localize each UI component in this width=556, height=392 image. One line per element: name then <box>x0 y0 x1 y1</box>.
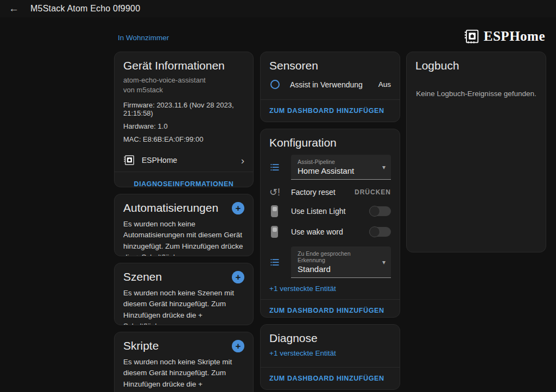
factory-reset-row: ↺! Factory reset DRÜCKEN <box>261 187 400 197</box>
select-value: Home Assistant <box>298 166 376 175</box>
page-title: M5Stack Atom Echo 0f9900 <box>30 4 140 14</box>
device-hardware: Hardware: 1.0 <box>115 122 253 130</box>
configuration-title: Konfiguration <box>261 129 400 155</box>
select-label: Assist-Pipeline <box>298 159 376 165</box>
use-wake-word-row: Use wake word <box>261 226 400 238</box>
caret-down-icon: ▾ <box>382 163 386 171</box>
automations-title: Automatisierungen <box>123 201 218 214</box>
caret-down-icon: ▾ <box>382 258 386 266</box>
hidden-entities-link[interactable]: +1 versteckte Entität <box>261 348 400 364</box>
select-value: Standard <box>298 264 376 274</box>
end-of-speech-row: Zu Ende gesprochen Erkennung Standard ▾ <box>261 246 400 278</box>
list-bulleted-icon <box>269 162 291 173</box>
device-info-title: Gerät Informationen <box>115 52 253 75</box>
sensors-add-to-dashboard-button[interactable]: ZUM DASHBOARD HINZUFÜGEN <box>261 99 400 122</box>
assist-pipeline-select[interactable]: Assist-Pipeline Home Assistant ▾ <box>291 155 391 180</box>
use-listen-light-toggle[interactable] <box>369 206 391 216</box>
device-page: ← M5Stack Atom Echo 0f9900 In Wohnzimmer… <box>0 0 556 392</box>
right-column: Logbuch Keine Logbuch-Ereignisse gefunde… <box>406 52 546 252</box>
scripts-title: Skripte <box>123 339 159 352</box>
select-label: Zu Ende gesprochen Erkennung <box>298 250 376 263</box>
use-listen-light-row: Use Listen Light <box>261 205 400 217</box>
esphome-logo-text: ESPHome <box>484 29 545 44</box>
add-script-button[interactable]: + <box>232 340 244 352</box>
scenes-empty-text: Es wurden noch keine Szenen mit diesem G… <box>115 287 253 325</box>
back-icon[interactable]: ← <box>9 3 30 15</box>
integration-row-esphome[interactable]: ESPHome › <box>115 149 253 172</box>
device-firmware: Firmware: 2023.11.6 (Nov 28 2023, 21:15:… <box>115 101 253 117</box>
automations-empty-text: Es wurden noch keine Automatisierungen m… <box>115 218 253 256</box>
sensors-card: Sensoren Assist in Verwendung Aus ZUM DA… <box>260 52 400 122</box>
chip-icon <box>464 28 480 45</box>
add-automation-button[interactable]: + <box>232 202 244 214</box>
logbook-card: Logbuch Keine Logbuch-Ereignisse gefunde… <box>406 52 546 252</box>
scenes-card: Szenen + Es wurden noch keine Szenen mit… <box>114 263 254 325</box>
device-name: atom-echo-voice-assistant <box>115 75 253 85</box>
entity-row-assist-in-use[interactable]: Assist in Verwendung Aus <box>261 75 400 96</box>
device-manufacturer: von m5stack <box>115 85 253 95</box>
diagnose-card: Diagnose +1 versteckte Entität ZUM DASHB… <box>260 324 400 390</box>
press-button[interactable]: DRÜCKEN <box>355 188 391 196</box>
configuration-add-to-dashboard-button[interactable]: ZUM DASHBOARD HINZUFÜGEN <box>261 299 400 318</box>
integration-name: ESPHome <box>142 156 241 165</box>
use-wake-word-toggle[interactable] <box>369 227 391 237</box>
toggle-switch-icon <box>269 226 291 238</box>
toggle-switch-icon <box>269 205 291 217</box>
end-of-speech-select[interactable]: Zu Ende gesprochen Erkennung Standard ▾ <box>291 246 391 278</box>
scripts-card: Skripte + Es wurden noch keine Skripte m… <box>114 332 254 392</box>
entity-state: Aus <box>378 80 391 88</box>
restart-alert-icon: ↺! <box>269 187 291 197</box>
circle-outline-icon <box>270 80 280 89</box>
chip-icon <box>123 154 135 166</box>
automations-card: Automatisierungen + Es wurden noch keine… <box>114 194 254 256</box>
assist-pipeline-row: Assist-Pipeline Home Assistant ▾ <box>261 155 400 180</box>
scenes-title: Szenen <box>123 270 162 283</box>
device-mac: MAC: E8:6B:EA:0F:99:00 <box>115 135 253 143</box>
logbook-empty-text: Keine Logbuch-Ereignisse gefunden. <box>407 75 546 112</box>
download-diagnostics-button[interactable]: DIAGNOSEINFORMATIONEN HERUNTERLADEN <box>115 172 253 187</box>
configuration-card: Konfiguration Assist-Pipeline Home Assis… <box>260 129 400 318</box>
left-column: Gerät Informationen atom-echo-voice-assi… <box>114 52 254 392</box>
chevron-right-icon: › <box>241 155 244 166</box>
toggle-name: Use Listen Light <box>291 207 369 216</box>
entity-name: Assist in Verwendung <box>290 80 378 89</box>
factory-reset-name: Factory reset <box>291 188 355 197</box>
hidden-entities-link[interactable]: +1 versteckte Entität <box>261 283 400 299</box>
scripts-empty-text: Es wurden noch keine Skripte mit diesem … <box>115 356 253 392</box>
diagnose-add-to-dashboard-button[interactable]: ZUM DASHBOARD HINZUFÜGEN <box>261 367 400 389</box>
area-breadcrumb-link[interactable]: In Wohnzimmer <box>118 34 169 42</box>
toggle-name: Use wake word <box>291 227 369 236</box>
sensors-title: Sensoren <box>261 52 400 75</box>
device-info-card: Gerät Informationen atom-echo-voice-assi… <box>114 52 254 187</box>
list-bulleted-icon <box>269 257 291 268</box>
add-scene-button[interactable]: + <box>232 271 244 283</box>
app-bar: ← M5Stack Atom Echo 0f9900 <box>0 0 556 17</box>
diagnose-title: Diagnose <box>261 325 400 348</box>
middle-column: Sensoren Assist in Verwendung Aus ZUM DA… <box>260 52 400 390</box>
esphome-logo: ESPHome <box>464 28 545 45</box>
logbook-title: Logbuch <box>407 52 546 75</box>
